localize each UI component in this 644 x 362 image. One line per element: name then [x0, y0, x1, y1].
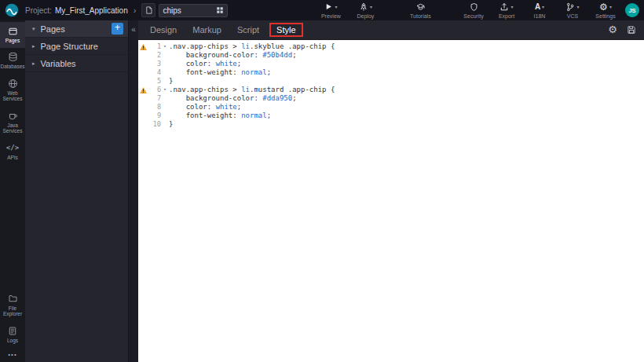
studio-window: Project: My_First_Application › chips	[0, 0, 644, 362]
chevron-down-icon[interactable]: ▾	[542, 4, 544, 9]
grid-icon[interactable]	[216, 6, 224, 14]
sidebar-item-label: Databases	[0, 64, 24, 69]
sidebar-item-java-services[interactable]: Java Services	[0, 107, 25, 139]
wavemaker-logo-icon[interactable]	[5, 3, 19, 17]
security-button[interactable]: Security	[462, 2, 485, 19]
tab-style[interactable]: Style	[269, 23, 302, 37]
user-avatar[interactable]: JS	[625, 3, 639, 17]
export-button[interactable]: ▾ Export	[495, 2, 518, 19]
settings-label: Settings	[595, 13, 615, 19]
panel-section-pages[interactable]: ▾ Pages +	[25, 20, 128, 38]
chevron-icon: ▾	[32, 26, 35, 32]
chevron-down-icon[interactable]: ▾	[576, 4, 579, 9]
code-line[interactable]: 4 font-weight: normal;	[138, 68, 644, 77]
pages-icon	[8, 26, 18, 36]
code-line[interactable]: 1▾.nav.app-chips > li.skyblue .app-chip …	[138, 42, 644, 51]
settings-button[interactable]: ⚙ ▾ Settings	[594, 2, 617, 19]
logs-icon	[8, 326, 17, 336]
line-number: 9	[148, 112, 161, 120]
code-line[interactable]: 8 color: white;	[138, 103, 644, 112]
sidebar-item-label: Pages	[5, 38, 20, 43]
panel-section-variables[interactable]: ▸ Variables	[25, 55, 128, 72]
preview-label: Preview	[321, 13, 341, 19]
sidebar-item-web-services[interactable]: Web Services	[0, 75, 25, 107]
play-icon	[324, 2, 333, 11]
tutorials-button[interactable]: Tutorials	[408, 2, 432, 19]
line-number: 8	[148, 103, 161, 112]
code-line[interactable]: 6▾.nav.app-chips > li.mustard .app-chip …	[138, 86, 644, 94]
code-editor[interactable]: 1▾.nav.app-chips > li.skyblue .app-chip …	[138, 40, 644, 362]
chevron-down-icon[interactable]: ▾	[370, 4, 372, 9]
add-page-button[interactable]: +	[112, 23, 123, 35]
tab-design[interactable]: Design	[142, 23, 185, 37]
code-text: }	[169, 120, 173, 129]
line-number: 3	[148, 60, 161, 68]
panel-section-page-structure[interactable]: ▸ Page Structure	[25, 38, 128, 55]
warning-icon[interactable]	[138, 44, 148, 50]
sidebar-item-pages[interactable]: Pages	[0, 22, 25, 48]
tutorials-label: Tutorials	[410, 13, 431, 19]
code-line[interactable]: 9 font-weight: normal;	[138, 112, 644, 120]
vcs-label: VCS	[567, 13, 578, 19]
i18n-button[interactable]: A ▾ I18N	[528, 2, 551, 19]
fold-icon[interactable]: ▾	[161, 42, 169, 51]
code-text: font-weight: normal;	[169, 68, 271, 77]
deploy-button[interactable]: ▾ Deploy	[353, 2, 377, 19]
line-number: 10	[148, 120, 161, 129]
collapse-panel-icon[interactable]: «	[131, 26, 136, 34]
gear-icon: ⚙	[599, 2, 608, 12]
main-area: Design Markup Script Style ⚙ 1▾.nav.app-…	[138, 20, 644, 362]
line-number: 5	[148, 77, 161, 86]
topbar-center-actions: ▾ Preview ▾ Deploy	[319, 2, 432, 19]
editor-toolbar: ⚙	[608, 25, 636, 35]
code-line[interactable]: 7 background-color: #dda950;	[138, 94, 644, 103]
page-selector[interactable]: chips	[159, 4, 228, 17]
security-label: Security	[463, 13, 483, 19]
code-line[interactable]: 10}	[138, 120, 644, 129]
branch-icon	[565, 2, 575, 12]
code-text: font-weight: normal;	[169, 112, 271, 120]
tab-script[interactable]: Script	[229, 23, 267, 37]
code-line[interactable]: 3 color: white;	[138, 60, 644, 68]
workspace: Pages Databases Web Serv	[0, 20, 644, 362]
code-line[interactable]: 5}	[138, 77, 644, 86]
export-icon	[499, 2, 509, 12]
code-text: .nav.app-chips > li.skyblue .app-chip {	[169, 42, 335, 51]
page-icon[interactable]	[141, 3, 156, 17]
fold-icon[interactable]: ▾	[161, 86, 169, 94]
code-icon: </>	[6, 143, 19, 153]
more-icon[interactable]: •••	[0, 348, 25, 362]
line-number: 1	[148, 42, 161, 51]
sidebar-item-logs[interactable]: Logs	[0, 322, 25, 348]
panel-section-label: Page Structure	[41, 42, 123, 51]
panel-section-label: Variables	[41, 59, 123, 68]
tab-markup[interactable]: Markup	[185, 23, 229, 37]
deploy-label: Deploy	[357, 13, 374, 19]
shield-icon	[470, 2, 478, 12]
code-text: color: white;	[169, 60, 241, 68]
editor-settings-icon[interactable]: ⚙	[608, 25, 617, 35]
breadcrumb: Project: My_First_Application	[25, 6, 128, 15]
chevron-icon: ▸	[32, 60, 35, 67]
line-number: 6	[148, 86, 161, 94]
pages-panel: ▾ Pages + ▸ Page Structure ▸ Variables	[25, 20, 128, 362]
breadcrumb-chevron-icon: ›	[134, 5, 137, 15]
preview-button[interactable]: ▾ Preview	[319, 2, 342, 19]
chevron-icon: ▸	[32, 43, 35, 49]
chevron-down-icon[interactable]: ▾	[510, 4, 513, 9]
folder-icon	[8, 294, 18, 304]
project-name[interactable]: My_First_Application	[55, 6, 128, 15]
coffee-icon	[8, 111, 18, 121]
sidebar-item-file-explorer[interactable]: File Explorer	[0, 290, 25, 322]
graduation-cap-icon	[415, 2, 426, 12]
chevron-down-icon[interactable]: ▾	[609, 4, 612, 9]
save-icon[interactable]	[627, 25, 636, 35]
code-line[interactable]: 2 background-color: #50b4dd;	[138, 51, 644, 60]
rocket-icon	[359, 2, 368, 12]
warning-icon[interactable]	[138, 87, 148, 93]
vcs-button[interactable]: ▾ VCS	[561, 2, 584, 19]
sidebar-item-databases[interactable]: Databases	[0, 48, 25, 74]
sidebar-item-label: Web Services	[1, 90, 24, 102]
sidebar-item-apis[interactable]: </> APIs	[0, 139, 25, 165]
chevron-down-icon[interactable]: ▾	[335, 4, 337, 9]
